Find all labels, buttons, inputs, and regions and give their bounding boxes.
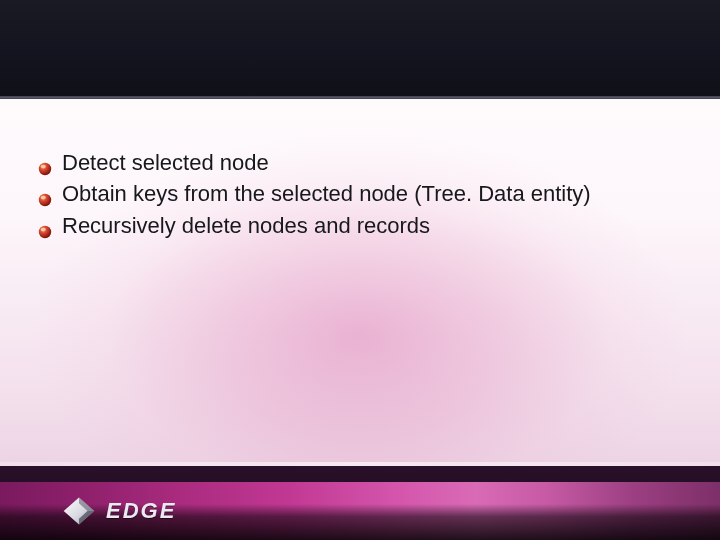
bullet-list: Detect selected node Obtain keys from th… (38, 148, 658, 240)
list-item: Detect selected node (38, 148, 658, 177)
content-area: Detect selected node Obtain keys from th… (38, 148, 658, 242)
list-item: Recursively delete nodes and records (38, 211, 658, 240)
bullet-icon (38, 185, 52, 199)
bullet-icon (38, 154, 52, 168)
logo-mark-icon (62, 494, 96, 528)
logo-text: EDGE (106, 498, 176, 524)
slide: Detect selected node Obtain keys from th… (0, 0, 720, 540)
svg-point-3 (41, 196, 46, 200)
svg-point-1 (41, 165, 46, 169)
footer: EDGE (0, 466, 720, 540)
svg-point-5 (41, 228, 46, 232)
list-item: Obtain keys from the selected node (Tree… (38, 179, 658, 208)
bullet-icon (38, 217, 52, 231)
svg-point-2 (39, 194, 51, 206)
list-item-text: Recursively delete nodes and records (62, 213, 430, 238)
svg-point-0 (39, 163, 51, 175)
title-bar-separator (0, 96, 720, 99)
logo: EDGE (62, 494, 176, 528)
list-item-text: Obtain keys from the selected node (Tree… (62, 181, 591, 206)
title-bar (0, 0, 720, 96)
svg-point-4 (39, 226, 51, 238)
list-item-text: Detect selected node (62, 150, 269, 175)
